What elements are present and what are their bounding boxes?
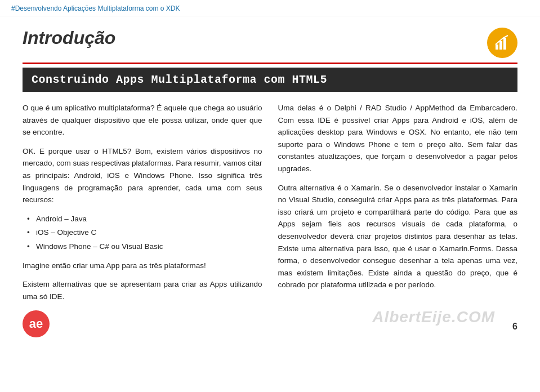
bullet-list: Android – Java iOS – Objective C Windows…: [27, 213, 262, 253]
breadcrumb-link[interactable]: #Desenvolvendo Aplicações Multiplataform…: [11, 5, 180, 12]
page-title: Introdução: [23, 28, 115, 48]
right-para-2: Outra alternativa é o Xamarin. Se o dese…: [278, 182, 518, 291]
left-para-4: Existem alternativas que se apresentam p…: [23, 278, 262, 302]
subtitle-bar: Construindo Apps Multiplataforma com HTM…: [23, 68, 517, 92]
footer-logo: ae: [23, 310, 50, 337]
svg-rect-1: [499, 41, 502, 50]
header-section: Introdução: [23, 28, 517, 58]
list-item: iOS – Objective C: [27, 226, 262, 239]
top-bar: #Desenvolvendo Aplicações Multiplataform…: [0, 0, 540, 16]
right-column: Uma delas é o Delphi / RAD Studio / AppM…: [278, 102, 518, 309]
left-para-2: OK. E porque usar o HTML5? Bom, existem …: [23, 145, 262, 206]
subtitle-text: Construindo Apps Multiplataforma com HTM…: [32, 73, 327, 86]
page-number: 6: [512, 322, 517, 332]
left-column: O que é um aplicativo multiplataforma? É…: [23, 102, 262, 309]
left-para-3: Imagine então criar uma App para as três…: [23, 260, 262, 272]
svg-rect-0: [496, 44, 498, 50]
footer-area: ae AlbertEije.COM 6: [0, 310, 540, 337]
logo-icon: [487, 28, 517, 58]
page-container: Introdução Construindo Apps Multiplatafo…: [0, 16, 540, 343]
left-para-1: O que é um aplicativo multiplataforma? É…: [23, 102, 262, 139]
svg-rect-2: [503, 38, 506, 50]
chart-icon: [494, 34, 511, 51]
footer-logo-icon: ae: [23, 310, 50, 337]
list-item: Windows Phone – C# ou Visual Basic: [27, 240, 262, 253]
content-columns: O que é um aplicativo multiplataforma? É…: [23, 102, 517, 309]
right-para-1: Uma delas é o Delphi / RAD Studio / AppM…: [278, 102, 518, 175]
divider-line: [23, 63, 517, 64]
footer-watermark: AlbertEije.COM: [372, 308, 495, 326]
list-item: Android – Java: [27, 213, 262, 225]
